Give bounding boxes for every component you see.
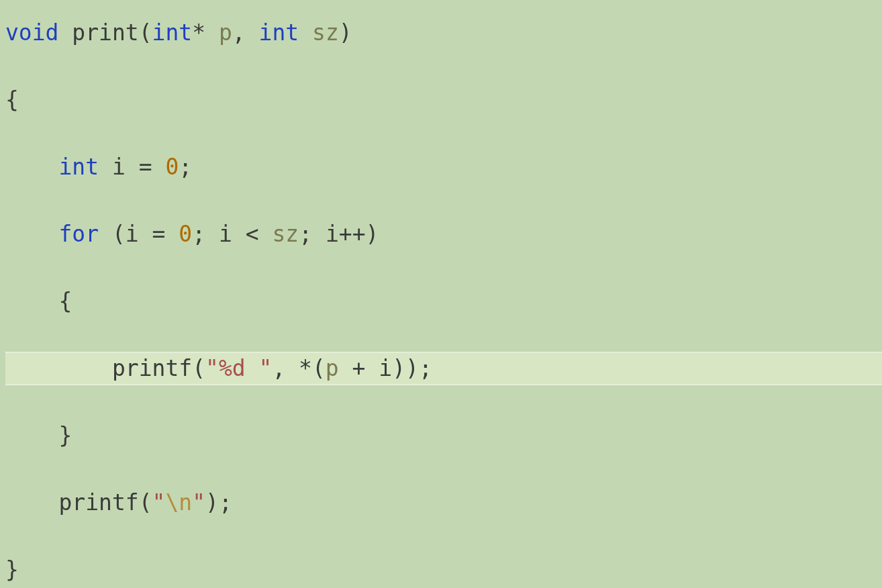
code-token: , bbox=[232, 19, 259, 46]
code-line[interactable]: { bbox=[5, 285, 882, 318]
code-token: ; bbox=[179, 154, 192, 180]
code-token bbox=[299, 19, 312, 46]
code-token: void bbox=[5, 19, 58, 46]
code-token: { bbox=[5, 87, 19, 113]
code-token: ( bbox=[139, 19, 152, 46]
code-token: "%d " bbox=[205, 355, 272, 381]
code-token: } bbox=[5, 556, 19, 583]
code-token: int bbox=[259, 19, 299, 46]
code-token: sz bbox=[272, 221, 299, 247]
code-line[interactable]: } bbox=[5, 419, 882, 452]
code-line[interactable]: for (i = 0; i < sz; i++) bbox=[5, 217, 882, 251]
code-token: ; i++) bbox=[299, 221, 379, 247]
code-token bbox=[5, 221, 58, 247]
code-token bbox=[5, 154, 58, 180]
code-line[interactable]: void print(int* p, int sz) bbox=[5, 16, 882, 50]
code-token: sz bbox=[312, 19, 339, 46]
code-token bbox=[5, 355, 112, 381]
code-token bbox=[5, 489, 58, 516]
code-line[interactable]: { bbox=[5, 83, 882, 117]
code-token: { bbox=[5, 288, 72, 314]
code-token: ; i < bbox=[192, 221, 272, 247]
code-token: for bbox=[58, 221, 99, 247]
code-token: int bbox=[58, 154, 99, 180]
code-token: (i = bbox=[99, 221, 179, 247]
code-token: print bbox=[72, 19, 138, 46]
code-token: printf( bbox=[112, 355, 205, 381]
code-token: + i)); bbox=[339, 355, 432, 381]
code-line[interactable]: printf("%d ", *(p + i)); bbox=[5, 352, 882, 385]
code-line[interactable]: } bbox=[5, 553, 882, 587]
code-token: p bbox=[219, 19, 232, 46]
code-token: 0 bbox=[165, 154, 179, 180]
code-token: } bbox=[5, 422, 72, 448]
code-token: ); bbox=[205, 489, 232, 516]
code-token: 0 bbox=[179, 221, 192, 247]
code-token: ) bbox=[339, 19, 352, 46]
code-token: " bbox=[192, 489, 205, 516]
code-line[interactable]: int i = 0; bbox=[5, 150, 882, 184]
code-token: , *( bbox=[272, 355, 325, 381]
code-token bbox=[58, 19, 72, 46]
code-token: \n bbox=[165, 489, 192, 516]
code-token: p bbox=[326, 355, 339, 381]
code-token: printf( bbox=[58, 489, 152, 516]
code-token: int bbox=[152, 19, 193, 46]
code-token: " bbox=[152, 489, 166, 516]
code-token: i = bbox=[99, 154, 165, 180]
code-token: * bbox=[192, 19, 219, 46]
code-line[interactable]: printf("\n"); bbox=[5, 486, 882, 520]
code-editor[interactable]: void print(int* p, int sz) { int i = 0; … bbox=[0, 0, 882, 588]
